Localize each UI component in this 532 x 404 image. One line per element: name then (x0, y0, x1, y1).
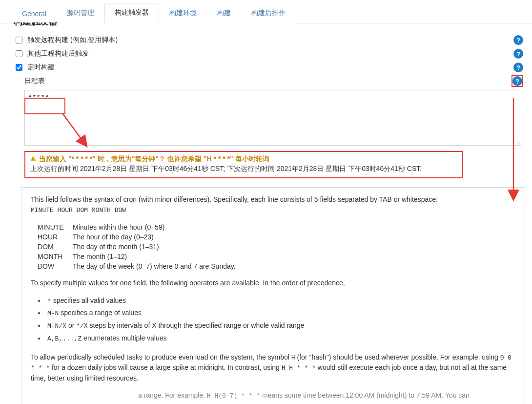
table-row: MONTHThe month (1–12) (38, 252, 241, 261)
warning-text-line2: 上次运行的时间 2021年2月28日 星期日 下午03时46分41秒 CST; … (30, 165, 457, 173)
tab-general[interactable]: General (12, 4, 57, 23)
help-hash-paragraph: To allow periodically scheduled tasks to… (31, 352, 516, 383)
help-intro: This field follows the syntax of cron (w… (31, 195, 438, 203)
tab-build-triggers[interactable]: 构建触发器 (104, 3, 159, 23)
schedule-label: 日程表 (24, 77, 512, 85)
list-item: A,B,...,Z enumerates multiple values (45, 333, 516, 344)
help-format-line: MINUTE HOUR DOM MONTH DOW (31, 207, 126, 214)
trigger-timer-row: 定时构建 ? (14, 61, 523, 74)
cron-schedule-textarea[interactable] (24, 90, 521, 146)
table-row: DOMThe day of the month (1–31) (38, 242, 241, 252)
help-icon[interactable]: ? (513, 35, 523, 45)
tab-scm[interactable]: 源码管理 (57, 3, 104, 23)
trigger-timer-checkbox[interactable] (16, 64, 22, 71)
schedule-help-icon[interactable]: ? (512, 76, 522, 86)
help-icon[interactable]: ? (513, 49, 523, 59)
warning-text-line1: 当您输入 "* * * * *" 时，意思为"每分钟"？ 也许您希望 "H * … (39, 155, 269, 163)
schedule-label-row: 日程表 ? (24, 74, 523, 90)
trigger-remote-label: 触发远程构建 (例如,使用脚本) (27, 36, 513, 44)
list-item: M-N specifies a range of values (45, 307, 516, 319)
cron-validation-warning: 当您输入 "* * * * *" 时，意思为"每分钟"？ 也许您希望 "H * … (24, 151, 463, 178)
help-tail-cut: a range. For example, H H(0-7) * * * mea… (31, 390, 516, 402)
config-tabs: General 源码管理 构建触发器 构建环境 构建 构建后操作 (0, 0, 532, 23)
table-row: DOWThe day of the week (0–7) where 0 and… (38, 261, 241, 271)
trigger-after-other-row: 其他工程构建后触发 ? (14, 47, 523, 61)
section-title: 构建触发器 (0, 22, 532, 30)
trigger-timer-label: 定时构建 (27, 63, 513, 72)
tab-post-build[interactable]: 构建后操作 (241, 3, 296, 23)
cron-operators-list: * specifies all valid values M-N specifi… (45, 295, 516, 344)
trigger-remote-row: 触发远程构建 (例如,使用脚本) ? (14, 33, 523, 47)
tab-build[interactable]: 构建 (207, 3, 241, 23)
tab-build-environment[interactable]: 构建环境 (159, 3, 207, 23)
help-multi-intro: To specify multiple values for one field… (31, 278, 516, 288)
list-item: M-N/X or */X steps by intervals of X thr… (45, 320, 516, 332)
trigger-remote-checkbox[interactable] (16, 37, 22, 43)
table-row: HOURThe hour of the day (0–23) (38, 232, 241, 242)
trigger-after-other-checkbox[interactable] (16, 50, 22, 57)
trigger-after-other-label: 其他工程构建后触发 (27, 49, 513, 58)
table-row: MINUTEMinutes within the hour (0–59) (38, 222, 241, 232)
cron-fields-table: MINUTEMinutes within the hour (0–59) HOU… (38, 222, 241, 271)
warning-icon (30, 156, 36, 161)
list-item: * specifies all valid values (45, 295, 516, 307)
help-icon[interactable]: ? (513, 63, 523, 72)
cron-help-panel: This field follows the syntax of cron (w… (21, 187, 525, 404)
